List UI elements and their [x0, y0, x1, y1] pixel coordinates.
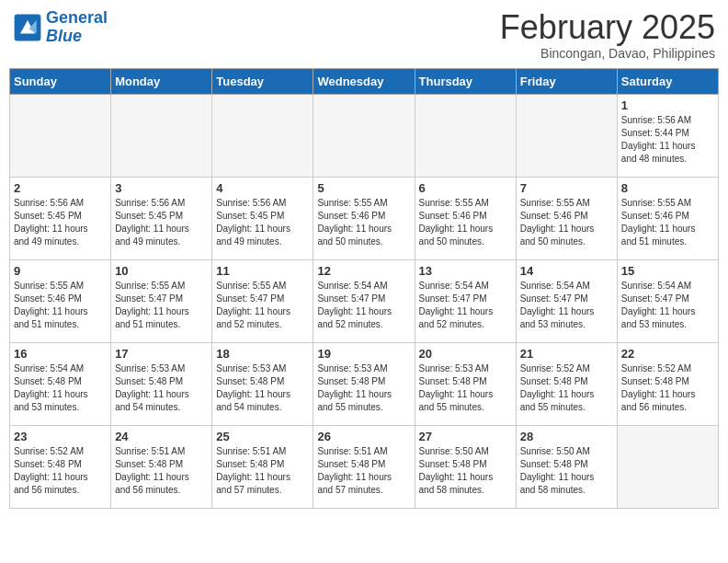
logo-icon	[13, 13, 42, 42]
day-info: Sunrise: 5:51 AM Sunset: 5:48 PM Dayligh…	[216, 445, 309, 497]
day-info: Sunrise: 5:56 AM Sunset: 5:44 PM Dayligh…	[621, 114, 714, 166]
calendar-cell: 5Sunrise: 5:55 AM Sunset: 5:46 PM Daylig…	[313, 177, 415, 259]
calendar-cell: 2Sunrise: 5:56 AM Sunset: 5:45 PM Daylig…	[10, 177, 111, 259]
day-info: Sunrise: 5:50 AM Sunset: 5:48 PM Dayligh…	[520, 445, 613, 497]
day-number: 21	[520, 347, 613, 361]
day-number: 10	[115, 264, 208, 278]
page-header: General Blue February 2025 Bincongan, Da…	[9, 9, 719, 61]
weekday-saturday: Saturday	[617, 68, 718, 94]
calendar-cell: 7Sunrise: 5:55 AM Sunset: 5:46 PM Daylig…	[516, 177, 617, 259]
day-number: 2	[14, 181, 107, 195]
logo-line1: General	[46, 8, 108, 27]
weekday-tuesday: Tuesday	[212, 68, 313, 94]
calendar-cell: 3Sunrise: 5:56 AM Sunset: 5:45 PM Daylig…	[111, 177, 212, 259]
calendar-cell	[111, 94, 212, 177]
day-info: Sunrise: 5:55 AM Sunset: 5:46 PM Dayligh…	[317, 197, 410, 248]
calendar-cell: 24Sunrise: 5:51 AM Sunset: 5:48 PM Dayli…	[111, 425, 212, 508]
calendar-cell	[415, 94, 516, 177]
day-info: Sunrise: 5:53 AM Sunset: 5:48 PM Dayligh…	[115, 362, 208, 414]
day-info: Sunrise: 5:54 AM Sunset: 5:47 PM Dayligh…	[621, 280, 714, 331]
week-row-4: 16Sunrise: 5:54 AM Sunset: 5:48 PM Dayli…	[10, 342, 719, 425]
calendar-cell: 13Sunrise: 5:54 AM Sunset: 5:47 PM Dayli…	[415, 259, 516, 342]
day-info: Sunrise: 5:54 AM Sunset: 5:47 PM Dayligh…	[520, 280, 613, 331]
calendar-cell: 21Sunrise: 5:52 AM Sunset: 5:48 PM Dayli…	[516, 342, 617, 425]
day-number: 19	[317, 347, 410, 361]
calendar-cell: 16Sunrise: 5:54 AM Sunset: 5:48 PM Dayli…	[10, 342, 111, 425]
day-info: Sunrise: 5:56 AM Sunset: 5:45 PM Dayligh…	[14, 197, 107, 248]
day-info: Sunrise: 5:53 AM Sunset: 5:48 PM Dayligh…	[317, 362, 410, 414]
day-number: 24	[115, 430, 208, 443]
day-number: 25	[216, 430, 309, 443]
week-row-2: 2Sunrise: 5:56 AM Sunset: 5:45 PM Daylig…	[10, 177, 719, 259]
calendar-cell: 11Sunrise: 5:55 AM Sunset: 5:47 PM Dayli…	[212, 259, 313, 342]
day-info: Sunrise: 5:52 AM Sunset: 5:48 PM Dayligh…	[621, 362, 714, 414]
day-number: 27	[419, 430, 512, 443]
calendar-cell	[10, 94, 111, 177]
calendar-body: 1Sunrise: 5:56 AM Sunset: 5:44 PM Daylig…	[10, 94, 719, 508]
day-number: 8	[621, 181, 714, 195]
weekday-monday: Monday	[111, 68, 212, 94]
calendar: SundayMondayTuesdayWednesdayThursdayFrid…	[9, 68, 719, 509]
calendar-cell: 22Sunrise: 5:52 AM Sunset: 5:48 PM Dayli…	[617, 342, 718, 425]
calendar-header: SundayMondayTuesdayWednesdayThursdayFrid…	[10, 68, 719, 94]
week-row-1: 1Sunrise: 5:56 AM Sunset: 5:44 PM Daylig…	[10, 94, 719, 177]
weekday-header-row: SundayMondayTuesdayWednesdayThursdayFrid…	[10, 68, 719, 94]
calendar-cell: 17Sunrise: 5:53 AM Sunset: 5:48 PM Dayli…	[111, 342, 212, 425]
weekday-sunday: Sunday	[10, 68, 111, 94]
day-info: Sunrise: 5:55 AM Sunset: 5:47 PM Dayligh…	[115, 280, 208, 331]
calendar-cell	[516, 94, 617, 177]
weekday-thursday: Thursday	[415, 68, 516, 94]
day-number: 14	[520, 264, 613, 278]
day-info: Sunrise: 5:56 AM Sunset: 5:45 PM Dayligh…	[216, 197, 309, 248]
calendar-cell: 18Sunrise: 5:53 AM Sunset: 5:48 PM Dayli…	[212, 342, 313, 425]
day-info: Sunrise: 5:54 AM Sunset: 5:47 PM Dayligh…	[419, 280, 512, 331]
day-number: 16	[14, 347, 107, 361]
day-info: Sunrise: 5:53 AM Sunset: 5:48 PM Dayligh…	[419, 362, 512, 414]
calendar-cell: 26Sunrise: 5:51 AM Sunset: 5:48 PM Dayli…	[313, 425, 415, 508]
calendar-cell: 6Sunrise: 5:55 AM Sunset: 5:46 PM Daylig…	[415, 177, 516, 259]
calendar-cell: 9Sunrise: 5:55 AM Sunset: 5:46 PM Daylig…	[10, 259, 111, 342]
day-number: 5	[317, 181, 410, 195]
title-block: February 2025 Bincongan, Davao, Philippi…	[500, 9, 715, 61]
day-number: 13	[419, 264, 512, 278]
day-info: Sunrise: 5:51 AM Sunset: 5:48 PM Dayligh…	[115, 445, 208, 497]
day-info: Sunrise: 5:55 AM Sunset: 5:46 PM Dayligh…	[419, 197, 512, 248]
calendar-cell	[212, 94, 313, 177]
calendar-cell: 12Sunrise: 5:54 AM Sunset: 5:47 PM Dayli…	[313, 259, 415, 342]
day-number: 3	[115, 181, 208, 195]
logo-text: General Blue	[46, 9, 108, 46]
day-info: Sunrise: 5:51 AM Sunset: 5:48 PM Dayligh…	[317, 445, 410, 497]
calendar-cell: 20Sunrise: 5:53 AM Sunset: 5:48 PM Dayli…	[415, 342, 516, 425]
calendar-cell	[313, 94, 415, 177]
day-info: Sunrise: 5:55 AM Sunset: 5:46 PM Dayligh…	[621, 197, 714, 248]
logo: General Blue	[13, 9, 108, 46]
calendar-cell: 4Sunrise: 5:56 AM Sunset: 5:45 PM Daylig…	[212, 177, 313, 259]
calendar-cell: 1Sunrise: 5:56 AM Sunset: 5:44 PM Daylig…	[617, 94, 718, 177]
day-number: 12	[317, 264, 410, 278]
day-info: Sunrise: 5:54 AM Sunset: 5:47 PM Dayligh…	[317, 280, 410, 331]
day-number: 7	[520, 181, 613, 195]
day-number: 28	[520, 430, 613, 443]
day-info: Sunrise: 5:53 AM Sunset: 5:48 PM Dayligh…	[216, 362, 309, 414]
day-info: Sunrise: 5:54 AM Sunset: 5:48 PM Dayligh…	[14, 362, 107, 414]
day-number: 23	[14, 430, 107, 443]
day-info: Sunrise: 5:52 AM Sunset: 5:48 PM Dayligh…	[520, 362, 613, 414]
day-number: 26	[317, 430, 410, 443]
calendar-cell: 27Sunrise: 5:50 AM Sunset: 5:48 PM Dayli…	[415, 425, 516, 508]
day-number: 9	[14, 264, 107, 278]
calendar-cell	[617, 425, 718, 508]
day-info: Sunrise: 5:56 AM Sunset: 5:45 PM Dayligh…	[115, 197, 208, 248]
calendar-cell: 25Sunrise: 5:51 AM Sunset: 5:48 PM Dayli…	[212, 425, 313, 508]
day-info: Sunrise: 5:55 AM Sunset: 5:46 PM Dayligh…	[520, 197, 613, 248]
day-number: 20	[419, 347, 512, 361]
calendar-cell: 15Sunrise: 5:54 AM Sunset: 5:47 PM Dayli…	[617, 259, 718, 342]
weekday-friday: Friday	[516, 68, 617, 94]
month-title: February 2025	[500, 9, 715, 46]
day-number: 4	[216, 181, 309, 195]
day-number: 15	[621, 264, 714, 278]
logo-line2: Blue	[46, 27, 82, 45]
day-number: 6	[419, 181, 512, 195]
location: Bincongan, Davao, Philippines	[500, 46, 715, 61]
calendar-cell: 10Sunrise: 5:55 AM Sunset: 5:47 PM Dayli…	[111, 259, 212, 342]
calendar-cell: 8Sunrise: 5:55 AM Sunset: 5:46 PM Daylig…	[617, 177, 718, 259]
